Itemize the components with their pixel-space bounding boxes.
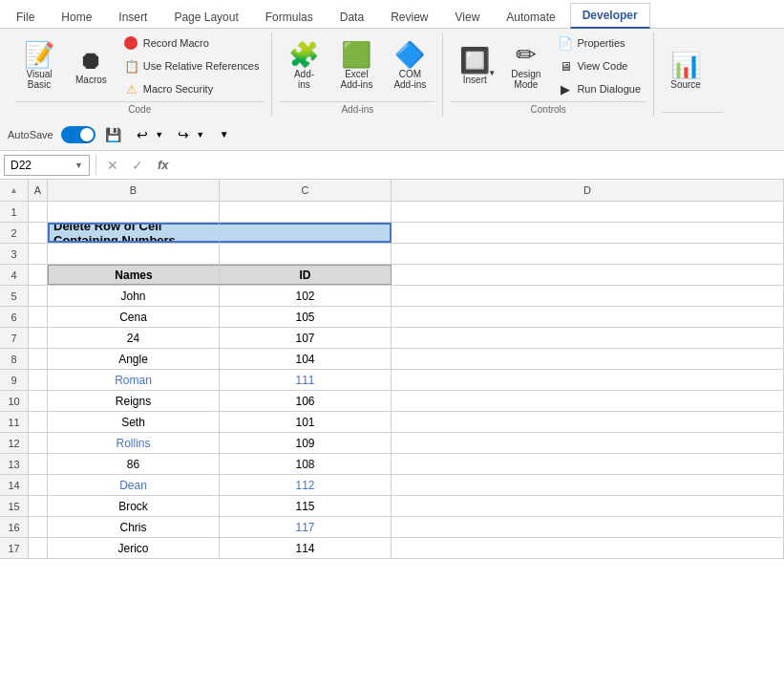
- formula-input[interactable]: [179, 159, 780, 172]
- cell-c[interactable]: 114: [220, 538, 392, 558]
- cell-c[interactable]: 102: [220, 286, 392, 306]
- cell-d[interactable]: [392, 286, 784, 306]
- undo-icon[interactable]: ↩: [132, 124, 153, 145]
- tab-automate[interactable]: Automate: [494, 5, 567, 29]
- cell-b[interactable]: Rollins: [48, 433, 220, 453]
- cell-c[interactable]: 108: [220, 454, 392, 474]
- relative-refs-button[interactable]: 📋 Use Relative References: [119, 55, 265, 76]
- cell-a[interactable]: [29, 538, 48, 558]
- properties-button[interactable]: 📄 Properties: [553, 32, 646, 54]
- cell-a[interactable]: [29, 286, 48, 306]
- col-header-b[interactable]: B: [48, 180, 220, 201]
- col-header-c[interactable]: C: [220, 180, 392, 201]
- source-button[interactable]: 📊 Source: [662, 48, 710, 95]
- cell-reference-box[interactable]: D22 ▼: [4, 155, 90, 176]
- save-icon[interactable]: 💾: [103, 124, 124, 145]
- tab-view[interactable]: View: [443, 5, 493, 29]
- tab-data[interactable]: Data: [328, 5, 376, 29]
- excel-add-ins-button[interactable]: 🟩 ExcelAdd-ins: [331, 37, 381, 95]
- cancel-formula-icon[interactable]: ✕: [102, 155, 123, 176]
- tab-insert[interactable]: Insert: [106, 5, 159, 29]
- tab-file[interactable]: File: [4, 5, 47, 29]
- cell-a[interactable]: [29, 349, 48, 369]
- cell-c[interactable]: 101: [220, 412, 392, 432]
- cell-b[interactable]: Roman: [48, 370, 220, 390]
- insert-button[interactable]: 🔲 Insert ▼: [451, 43, 498, 90]
- redo-icon[interactable]: ↪: [173, 124, 194, 145]
- cell-c[interactable]: 117: [220, 517, 392, 537]
- cell-d[interactable]: [392, 370, 784, 390]
- cell-d[interactable]: [392, 475, 784, 495]
- cell-a[interactable]: [29, 454, 48, 474]
- visual-basic-button[interactable]: 📝 Visual Basic: [15, 32, 63, 99]
- run-dialogue-button[interactable]: ▶ Run Dialogue: [553, 78, 646, 99]
- redo-dropdown-icon[interactable]: ▼: [195, 124, 206, 145]
- cell-b[interactable]: [48, 244, 220, 264]
- cell-b[interactable]: Dean: [48, 475, 220, 495]
- cell-b[interactable]: Seth: [48, 412, 220, 432]
- cell-d[interactable]: [392, 538, 784, 558]
- cell-d[interactable]: [392, 496, 784, 516]
- cell-a[interactable]: [29, 433, 48, 453]
- tab-developer[interactable]: Developer: [570, 3, 650, 29]
- cell-c[interactable]: 106: [220, 391, 392, 411]
- cell-d[interactable]: [392, 517, 784, 537]
- cell-a[interactable]: [29, 517, 48, 537]
- undo-dropdown-icon[interactable]: ▼: [154, 124, 165, 145]
- cell-d[interactable]: [392, 244, 784, 264]
- add-ins-button[interactable]: 🧩 Add-ins: [280, 37, 328, 95]
- cell-b[interactable]: Brock: [48, 496, 220, 516]
- cell-d[interactable]: [392, 223, 784, 243]
- autosave-toggle[interactable]: [61, 126, 95, 143]
- macros-button[interactable]: ⏺ Macros: [67, 32, 116, 99]
- cell-d[interactable]: [392, 412, 784, 432]
- tab-review[interactable]: Review: [378, 5, 440, 29]
- cell-a[interactable]: [29, 307, 48, 327]
- customize-quick-access-icon[interactable]: ▼: [214, 124, 235, 145]
- cell-a[interactable]: [29, 223, 48, 243]
- cell-a[interactable]: [29, 202, 48, 222]
- cell-a[interactable]: [29, 391, 48, 411]
- col-header-d[interactable]: D: [392, 180, 784, 201]
- tab-formulas[interactable]: Formulas: [253, 5, 326, 29]
- cell-b[interactable]: 86: [48, 454, 220, 474]
- cell-b[interactable]: Delete Row of Cell Containing Numbers: [48, 223, 220, 243]
- record-macro-button[interactable]: Record Macro: [119, 32, 265, 54]
- cell-b[interactable]: [48, 202, 220, 222]
- com-add-ins-button[interactable]: 🔷 COMAdd-ins: [385, 37, 434, 95]
- design-mode-button[interactable]: ✏ DesignMode: [502, 37, 549, 95]
- cell-a[interactable]: [29, 496, 48, 516]
- cell-b[interactable]: Cena: [48, 307, 220, 327]
- cell-c[interactable]: [220, 202, 392, 222]
- tab-home[interactable]: Home: [49, 5, 104, 29]
- cell-b[interactable]: Names: [48, 265, 220, 285]
- cell-d[interactable]: [392, 265, 784, 285]
- cell-b[interactable]: Reigns: [48, 391, 220, 411]
- macro-security-button[interactable]: ⚠ Macro Security: [119, 78, 265, 99]
- cell-d[interactable]: [392, 391, 784, 411]
- cell-d[interactable]: [392, 307, 784, 327]
- cell-d[interactable]: [392, 202, 784, 222]
- cell-d[interactable]: [392, 433, 784, 453]
- cell-a[interactable]: [29, 412, 48, 432]
- cell-c[interactable]: 104: [220, 349, 392, 369]
- cell-c[interactable]: 115: [220, 496, 392, 516]
- cell-c[interactable]: 105: [220, 307, 392, 327]
- cell-c[interactable]: 107: [220, 328, 392, 348]
- cell-a[interactable]: [29, 328, 48, 348]
- cell-c[interactable]: 111: [220, 370, 392, 390]
- cell-a[interactable]: [29, 370, 48, 390]
- confirm-formula-icon[interactable]: ✓: [127, 155, 148, 176]
- cell-a[interactable]: [29, 475, 48, 495]
- cell-c[interactable]: [220, 244, 392, 264]
- view-code-button[interactable]: 🖥 View Code: [553, 55, 646, 76]
- cell-c[interactable]: ID: [220, 265, 392, 285]
- cell-b[interactable]: 24: [48, 328, 220, 348]
- cell-c[interactable]: [220, 223, 392, 243]
- cell-b[interactable]: John: [48, 286, 220, 306]
- cell-c[interactable]: 109: [220, 433, 392, 453]
- cell-a[interactable]: [29, 265, 48, 285]
- cell-c[interactable]: 112: [220, 475, 392, 495]
- col-header-a[interactable]: A: [29, 180, 48, 201]
- cell-b[interactable]: Jerico: [48, 538, 220, 558]
